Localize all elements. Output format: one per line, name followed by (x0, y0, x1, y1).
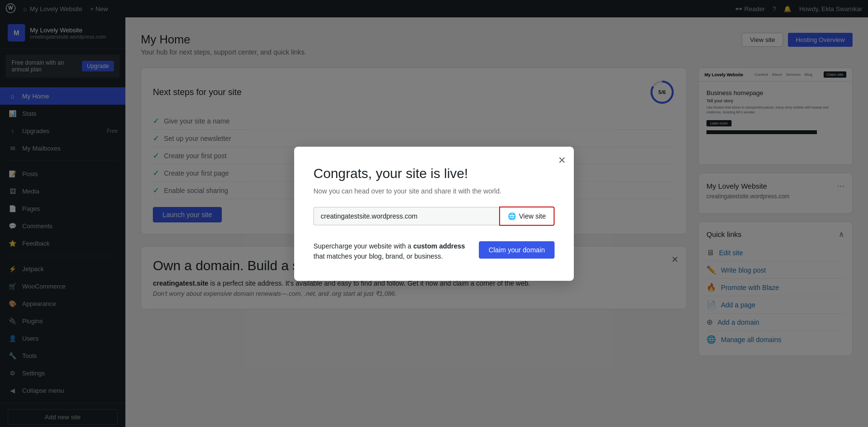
modal-view-site-button[interactable]: 🌐 View site (499, 207, 555, 226)
modal-title: Congrats, your site is live! (313, 166, 555, 181)
modal-subtitle: Now you can head over to your site and s… (313, 187, 555, 195)
modal-url-row: 🌐 View site (313, 207, 555, 226)
modal-domain-row: Supercharge your website with a custom a… (313, 241, 555, 262)
modal-overlay[interactable]: ✕ Congrats, your site is live! Now you c… (0, 0, 868, 427)
congrats-modal: ✕ Congrats, your site is live! Now you c… (294, 147, 574, 281)
modal-custom-address-bold: custom address (413, 242, 465, 250)
claim-domain-button[interactable]: Claim your domain (479, 241, 555, 259)
modal-domain-text: Supercharge your website with a custom a… (313, 241, 471, 262)
modal-url-input[interactable] (313, 207, 499, 225)
modal-view-site-label: View site (519, 212, 546, 220)
modal-globe-icon: 🌐 (508, 212, 516, 220)
modal-close-button[interactable]: ✕ (558, 154, 566, 166)
